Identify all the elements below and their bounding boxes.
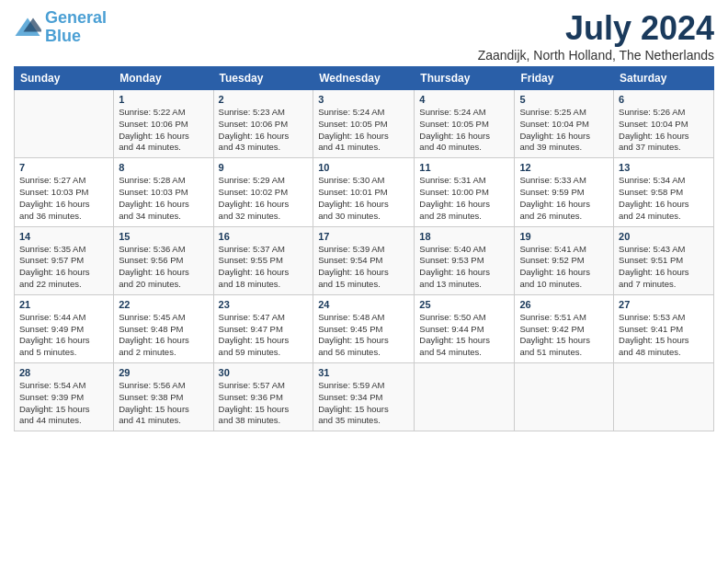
calendar-week-row: 1Sunrise: 5:22 AM Sunset: 10:06 PM Dayli… [15,90,714,158]
title-block: July 2024 Zaandijk, North Holland, The N… [478,9,714,63]
day-info: Sunrise: 5:56 AM Sunset: 9:38 PM Dayligh… [119,380,208,427]
day-number: 30 [219,367,309,378]
day-number: 4 [419,94,509,105]
day-info: Sunrise: 5:40 AM Sunset: 9:53 PM Dayligh… [419,244,509,291]
weekday-header: Sunday [15,67,114,90]
main-container: General Blue July 2024 Zaandijk, North H… [0,0,728,436]
calendar-body: 1Sunrise: 5:22 AM Sunset: 10:06 PM Dayli… [15,90,714,431]
day-info: Sunrise: 5:25 AM Sunset: 10:04 PM Daylig… [519,107,609,154]
calendar-cell: 19Sunrise: 5:41 AM Sunset: 9:52 PM Dayli… [515,226,614,294]
calendar-cell: 26Sunrise: 5:51 AM Sunset: 9:42 PM Dayli… [515,294,614,362]
day-number: 2 [219,94,309,105]
weekday-header: Monday [114,67,213,90]
calendar-week-row: 21Sunrise: 5:44 AM Sunset: 9:49 PM Dayli… [15,294,714,362]
day-info: Sunrise: 5:28 AM Sunset: 10:03 PM Daylig… [119,175,208,222]
day-info: Sunrise: 5:37 AM Sunset: 9:55 PM Dayligh… [219,244,309,291]
calendar-cell: 5Sunrise: 5:25 AM Sunset: 10:04 PM Dayli… [515,90,614,158]
calendar-cell: 6Sunrise: 5:26 AM Sunset: 10:04 PM Dayli… [614,90,714,158]
calendar-cell: 29Sunrise: 5:56 AM Sunset: 9:38 PM Dayli… [114,363,213,431]
day-info: Sunrise: 5:22 AM Sunset: 10:06 PM Daylig… [119,107,208,154]
day-number: 31 [318,367,409,378]
calendar-cell: 10Sunrise: 5:30 AM Sunset: 10:01 PM Dayl… [313,158,415,226]
calendar-cell: 24Sunrise: 5:48 AM Sunset: 9:45 PM Dayli… [313,294,415,362]
day-number: 13 [619,162,709,173]
day-number: 16 [219,231,309,242]
weekday-header: Tuesday [213,67,313,90]
day-info: Sunrise: 5:31 AM Sunset: 10:00 PM Daylig… [419,175,509,222]
weekday-header: Wednesday [313,67,415,90]
day-info: Sunrise: 5:24 AM Sunset: 10:05 PM Daylig… [419,107,509,154]
day-number: 21 [19,299,108,310]
day-number: 22 [119,299,208,310]
weekday-header: Saturday [614,67,714,90]
day-info: Sunrise: 5:27 AM Sunset: 10:03 PM Daylig… [19,175,108,222]
calendar-cell: 20Sunrise: 5:43 AM Sunset: 9:51 PM Dayli… [614,226,714,294]
calendar-cell: 18Sunrise: 5:40 AM Sunset: 9:53 PM Dayli… [415,226,515,294]
calendar-table: SundayMondayTuesdayWednesdayThursdayFrid… [14,66,714,431]
day-info: Sunrise: 5:39 AM Sunset: 9:54 PM Dayligh… [318,244,409,291]
calendar-cell: 30Sunrise: 5:57 AM Sunset: 9:36 PM Dayli… [213,363,313,431]
logo: General Blue [14,9,107,46]
day-info: Sunrise: 5:48 AM Sunset: 9:45 PM Dayligh… [318,312,409,359]
day-number: 25 [419,299,509,310]
calendar-cell: 4Sunrise: 5:24 AM Sunset: 10:05 PM Dayli… [415,90,515,158]
calendar-cell: 13Sunrise: 5:34 AM Sunset: 9:58 PM Dayli… [614,158,714,226]
day-info: Sunrise: 5:59 AM Sunset: 9:34 PM Dayligh… [318,380,409,427]
day-number: 28 [19,367,108,378]
logo-text: General Blue [45,9,107,46]
day-number: 14 [19,231,108,242]
day-number: 11 [419,162,509,173]
day-number: 24 [318,299,409,310]
weekday-header: Thursday [415,67,515,90]
day-info: Sunrise: 5:35 AM Sunset: 9:57 PM Dayligh… [19,244,108,291]
logo-icon [14,17,41,39]
day-info: Sunrise: 5:34 AM Sunset: 9:58 PM Dayligh… [619,175,709,222]
calendar-cell: 16Sunrise: 5:37 AM Sunset: 9:55 PM Dayli… [213,226,313,294]
calendar-cell: 28Sunrise: 5:54 AM Sunset: 9:39 PM Dayli… [15,363,114,431]
day-info: Sunrise: 5:50 AM Sunset: 9:44 PM Dayligh… [419,312,509,359]
calendar-cell: 8Sunrise: 5:28 AM Sunset: 10:03 PM Dayli… [114,158,213,226]
calendar-cell: 31Sunrise: 5:59 AM Sunset: 9:34 PM Dayli… [313,363,415,431]
day-number: 8 [119,162,208,173]
calendar-cell: 27Sunrise: 5:53 AM Sunset: 9:41 PM Dayli… [614,294,714,362]
day-info: Sunrise: 5:33 AM Sunset: 9:59 PM Dayligh… [519,175,609,222]
day-info: Sunrise: 5:24 AM Sunset: 10:05 PM Daylig… [318,107,409,154]
day-number: 18 [419,231,509,242]
calendar-cell: 3Sunrise: 5:24 AM Sunset: 10:05 PM Dayli… [313,90,415,158]
day-info: Sunrise: 5:53 AM Sunset: 9:41 PM Dayligh… [619,312,709,359]
calendar-cell: 15Sunrise: 5:36 AM Sunset: 9:56 PM Dayli… [114,226,213,294]
weekday-header: Friday [515,67,614,90]
day-info: Sunrise: 5:44 AM Sunset: 9:49 PM Dayligh… [19,312,108,359]
day-info: Sunrise: 5:26 AM Sunset: 10:04 PM Daylig… [619,107,709,154]
day-number: 26 [519,299,609,310]
day-number: 5 [519,94,609,105]
day-info: Sunrise: 5:41 AM Sunset: 9:52 PM Dayligh… [519,244,609,291]
calendar-cell [15,90,114,158]
day-info: Sunrise: 5:51 AM Sunset: 9:42 PM Dayligh… [519,312,609,359]
day-info: Sunrise: 5:45 AM Sunset: 9:48 PM Dayligh… [119,312,208,359]
calendar-week-row: 28Sunrise: 5:54 AM Sunset: 9:39 PM Dayli… [15,363,714,431]
calendar-week-row: 7Sunrise: 5:27 AM Sunset: 10:03 PM Dayli… [15,158,714,226]
calendar-cell: 17Sunrise: 5:39 AM Sunset: 9:54 PM Dayli… [313,226,415,294]
day-number: 3 [318,94,409,105]
calendar-cell: 22Sunrise: 5:45 AM Sunset: 9:48 PM Dayli… [114,294,213,362]
calendar-cell [515,363,614,431]
day-number: 27 [619,299,709,310]
calendar-cell: 14Sunrise: 5:35 AM Sunset: 9:57 PM Dayli… [15,226,114,294]
day-number: 20 [619,231,709,242]
day-number: 23 [219,299,309,310]
calendar-cell: 7Sunrise: 5:27 AM Sunset: 10:03 PM Dayli… [15,158,114,226]
day-number: 29 [119,367,208,378]
day-number: 10 [318,162,409,173]
calendar-cell [415,363,515,431]
calendar-cell: 11Sunrise: 5:31 AM Sunset: 10:00 PM Dayl… [415,158,515,226]
day-info: Sunrise: 5:54 AM Sunset: 9:39 PM Dayligh… [19,380,108,427]
day-number: 1 [119,94,208,105]
calendar-cell: 2Sunrise: 5:23 AM Sunset: 10:06 PM Dayli… [213,90,313,158]
calendar-cell: 9Sunrise: 5:29 AM Sunset: 10:02 PM Dayli… [213,158,313,226]
day-info: Sunrise: 5:29 AM Sunset: 10:02 PM Daylig… [219,175,309,222]
day-info: Sunrise: 5:23 AM Sunset: 10:06 PM Daylig… [219,107,309,154]
day-number: 19 [519,231,609,242]
calendar-header-row: SundayMondayTuesdayWednesdayThursdayFrid… [15,67,714,90]
month-title: July 2024 [478,9,714,48]
